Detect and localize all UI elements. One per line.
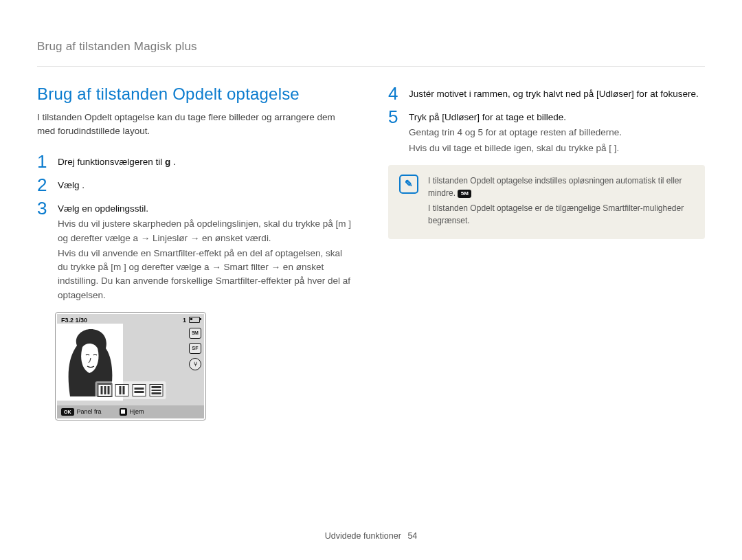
step-text: Justér motivet i rammen, og tryk halvt n…	[409, 87, 705, 101]
step-subtext: Hvis du vil anvende en Smartfilter-effek…	[58, 247, 354, 302]
step-number: 3	[37, 199, 49, 302]
camera-bottom-left-label: Panel fra	[77, 408, 102, 415]
note-line: I tilstanden Opdelt optagelse indstilles…	[428, 175, 694, 199]
step-number: 2	[37, 176, 49, 194]
info-icon: ✎	[399, 175, 418, 194]
step-text-post: .	[82, 180, 85, 190]
camera-screenshot: F3.2 1/30 1 5M SF ⑂	[55, 312, 206, 421]
left-steps: 1 Drej funktionsvælgeren til g . 2 Vælg …	[37, 153, 354, 302]
step-text: Tryk på [Udl‎øser] for at tage et billed…	[409, 111, 705, 124]
step-text: Vælg .	[58, 180, 85, 190]
step-text-post: .	[170, 157, 176, 167]
breadcrumb: Brug af tilstanden Magisk plus	[37, 40, 705, 67]
section-title: Brug af tilstanden Opdelt optagelse	[37, 85, 354, 104]
camera-bottom-right-label: Hjem	[130, 408, 144, 415]
note-line: I tilstanden Opdelt optagelse er de tilg…	[428, 202, 694, 227]
step-text-pre: Drej funktionsvælgeren til	[58, 157, 165, 167]
layout-option-3horiz	[150, 384, 164, 396]
step-subtext: Hvis du vil tage et billede igen, skal d…	[409, 142, 705, 155]
step-number: 4	[388, 85, 401, 102]
step-text-pre: Vælg	[58, 180, 82, 190]
step-number: 1	[37, 153, 49, 170]
page-footer: Udvidede funktioner 54	[0, 531, 742, 541]
layout-option-2horiz	[133, 384, 146, 396]
ok-chip-icon: OK	[61, 408, 74, 416]
camera-top-left-readout: F3.2 1/30	[61, 317, 87, 324]
step-number: 5	[388, 108, 401, 155]
step-item: 4 Justér motivet i rammen, og tryk halvt…	[388, 85, 705, 102]
footer-section: Udvidede funktioner	[325, 531, 401, 541]
flash-off-icon: ⑂	[189, 358, 201, 370]
intro-text: I tilstanden Opdelt optagelse kan du tag…	[37, 111, 354, 137]
step-text: Drej funktionsvælgeren til g .	[58, 157, 176, 167]
footer-page-number: 54	[407, 531, 417, 541]
smartfilter-icon: SF	[189, 343, 201, 354]
right-steps: 4 Justér motivet i rammen, og tryk halvt…	[388, 85, 705, 155]
step-item: 3 Vælg en opdelingsstil. Hvis du vil jus…	[37, 199, 354, 302]
step-item: 5 Tryk på [Udl‎øser] for at tage et bill…	[388, 108, 705, 155]
layout-option-3vert	[98, 384, 112, 396]
layout-option-2vert	[115, 384, 129, 396]
battery-icon	[189, 317, 200, 323]
step-item: 2 Vælg .	[37, 176, 354, 194]
home-chip-icon	[120, 408, 127, 416]
step-subtext: Hvis du vil justere skarpheden på opdeli…	[58, 217, 354, 245]
resolution-badge-icon: 5M	[458, 190, 471, 198]
step-item: 1 Drej funktionsvælgeren til g .	[37, 153, 354, 170]
step-text: Vælg en opdelingsstil.	[58, 202, 354, 216]
camera-top-right-count: 1	[183, 317, 186, 324]
step-subtext: Gentag trin 4 og 5 for at optage resten …	[409, 126, 705, 139]
right-column: 4 Justér motivet i rammen, og tryk halvt…	[388, 85, 705, 421]
split-layout-options	[95, 381, 166, 399]
left-column: Brug af tilstanden Opdelt optagelse I ti…	[37, 85, 354, 421]
info-note: ✎ I tilstanden Opdelt optagelse indstill…	[388, 165, 705, 239]
resolution-icon: 5M	[189, 328, 201, 339]
